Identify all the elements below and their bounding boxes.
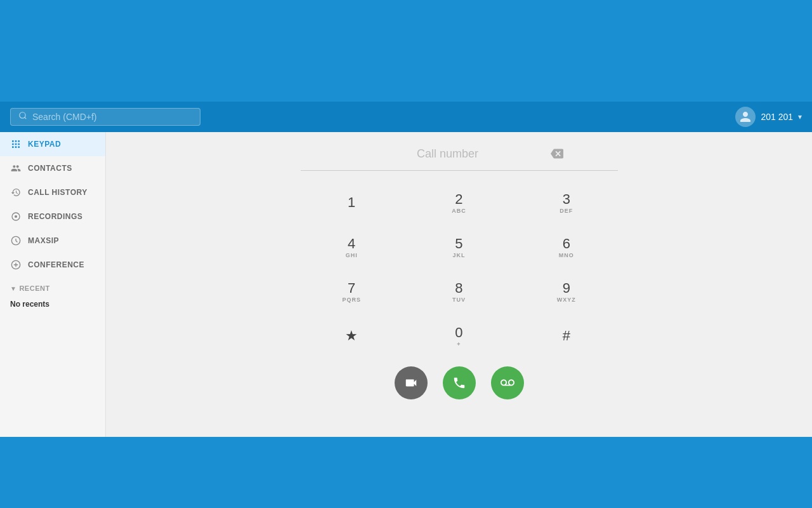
digit-8: 8 — [455, 281, 462, 295]
dial-key-6[interactable]: 6 MNO — [515, 228, 617, 267]
digit-0: 0 — [455, 326, 462, 340]
recent-section: ▼ RECENT — [0, 277, 105, 295]
dial-key-7[interactable]: 7 PQRS — [301, 272, 403, 312]
content-area: 1 2 ABC 3 DEF 4 GHI 5 JKL — [106, 132, 812, 437]
contacts-icon — [10, 163, 22, 174]
sidebar: KEYPAD CONTACTS CALL HISTORY — [0, 132, 106, 437]
sub-7: PQRS — [342, 297, 361, 303]
svg-point-12 — [15, 215, 17, 218]
digit-6: 6 — [563, 237, 570, 251]
search-bar-container — [10, 108, 200, 126]
sub-9: WXYZ — [557, 297, 576, 303]
dial-key-1[interactable]: 1 — [301, 184, 403, 223]
digit-5: 5 — [455, 237, 462, 251]
sidebar-item-label: CONTACTS — [28, 164, 72, 173]
sidebar-item-call-history[interactable]: CALL HISTORY — [0, 180, 105, 204]
no-recents-label: No recents — [0, 295, 105, 314]
bottom-bar — [0, 437, 812, 508]
svg-rect-5 — [12, 144, 14, 145]
svg-rect-7 — [18, 144, 20, 145]
dial-key-5[interactable]: 5 JKL — [408, 228, 510, 267]
video-call-button[interactable] — [395, 366, 428, 399]
sidebar-item-maxsip[interactable]: MAXSIP — [0, 229, 105, 253]
svg-point-0 — [20, 112, 25, 118]
call-number-input[interactable] — [353, 147, 543, 161]
sub-6: MNO — [559, 252, 574, 258]
sidebar-item-label: CONFERENCE — [28, 260, 84, 269]
sidebar-item-conference[interactable]: CONFERENCE — [0, 253, 105, 277]
dialpad-grid: 1 2 ABC 3 DEF 4 GHI 5 JKL — [301, 184, 618, 356]
recent-label: RECENT — [19, 284, 49, 292]
collapse-arrow-icon: ▼ — [10, 285, 16, 292]
sidebar-item-recordings[interactable]: RECORDINGS — [0, 204, 105, 229]
sidebar-item-keypad[interactable]: KEYPAD — [0, 132, 105, 156]
sub-8: TUV — [452, 297, 466, 303]
main-layout: KEYPAD CONTACTS CALL HISTORY — [0, 132, 812, 437]
svg-rect-8 — [12, 146, 14, 148]
digit-1: 1 — [348, 196, 355, 210]
recordings-icon — [10, 211, 22, 222]
dial-key-9[interactable]: 9 WXYZ — [515, 272, 617, 312]
keypad-icon — [10, 138, 22, 150]
dial-key-2[interactable]: 2 ABC — [408, 184, 510, 223]
digit-3: 3 — [563, 192, 570, 206]
dial-key-4[interactable]: 4 GHI — [301, 228, 403, 267]
call-button[interactable] — [443, 366, 476, 399]
digit-star: ★ — [345, 329, 358, 343]
search-input[interactable] — [32, 112, 185, 122]
sidebar-item-label: MAXSIP — [28, 236, 59, 245]
svg-rect-3 — [15, 140, 17, 142]
digit-2: 2 — [455, 192, 462, 206]
digit-7: 7 — [348, 281, 355, 295]
top-bar — [0, 0, 812, 102]
backspace-button[interactable] — [548, 145, 566, 163]
svg-rect-4 — [18, 140, 20, 142]
digit-hash: # — [563, 329, 570, 343]
search-icon — [18, 111, 27, 123]
svg-rect-9 — [15, 146, 17, 148]
sub-3: DEF — [560, 208, 573, 214]
header: 201 201 ▾ — [0, 102, 812, 132]
svg-rect-6 — [15, 144, 17, 145]
sub-2: ABC — [452, 208, 466, 214]
sub-5: JKL — [452, 252, 465, 258]
sidebar-item-label: KEYPAD — [28, 140, 61, 149]
dial-key-8[interactable]: 8 TUV — [408, 272, 510, 312]
user-name: 201 201 — [761, 112, 793, 122]
action-buttons — [301, 366, 618, 399]
dial-key-0[interactable]: 0 + — [408, 317, 510, 356]
dialpad: 1 2 ABC 3 DEF 4 GHI 5 JKL — [301, 145, 618, 399]
sidebar-item-label: CALL HISTORY — [28, 188, 88, 197]
user-menu[interactable]: 201 201 ▾ — [735, 107, 802, 127]
avatar — [735, 107, 756, 127]
chevron-down-icon: ▾ — [798, 112, 802, 121]
sidebar-item-contacts[interactable]: CONTACTS — [0, 156, 105, 180]
sub-4: GHI — [346, 252, 358, 258]
svg-rect-2 — [12, 140, 14, 142]
dial-key-star[interactable]: ★ — [301, 317, 403, 356]
digit-9: 9 — [563, 281, 570, 295]
digit-4: 4 — [348, 237, 355, 251]
dial-key-hash[interactable]: # — [515, 317, 617, 356]
dial-key-3[interactable]: 3 DEF — [515, 184, 617, 223]
sub-0: + — [457, 341, 461, 347]
svg-rect-10 — [18, 146, 20, 148]
call-history-icon — [10, 187, 22, 198]
conference-icon — [10, 259, 22, 271]
sidebar-item-label: RECORDINGS — [28, 212, 82, 221]
svg-line-1 — [25, 117, 27, 119]
number-input-row — [301, 145, 618, 171]
maxsip-icon — [10, 235, 22, 246]
voicemail-button[interactable] — [491, 366, 524, 399]
